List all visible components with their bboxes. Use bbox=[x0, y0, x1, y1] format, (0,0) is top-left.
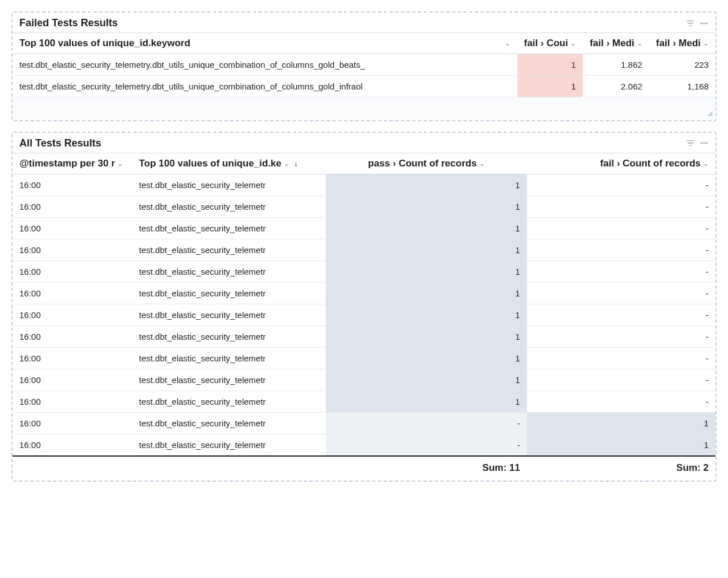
cell-pass-count: 1 bbox=[326, 347, 527, 369]
cell-test-name: test.dbt_elastic_security_telemetr bbox=[132, 260, 326, 282]
cell-test-name: test.dbt_elastic_security_telemetr bbox=[132, 347, 326, 369]
cell-fail-count: - bbox=[527, 282, 715, 304]
cell-timestamp: 16:00 bbox=[13, 412, 132, 434]
chevron-down-icon: ⌄ bbox=[479, 160, 485, 168]
cell-test-name: test.dbt_elastic_security_telemetr bbox=[132, 282, 326, 304]
cell-pass-count: 1 bbox=[326, 239, 527, 260]
cell-fail-median-1: 1.862 bbox=[583, 54, 649, 76]
column-header-unique-id[interactable]: Top 100 values of unique_id.keyword ⌄ bbox=[13, 33, 517, 54]
cell-pass-count: 1 bbox=[326, 196, 527, 217]
table-row[interactable]: 16:00test.dbt_elastic_security_telemetr1… bbox=[13, 304, 715, 325]
cell-pass-count: - bbox=[326, 412, 527, 434]
cell-test-name: test.dbt_elastic_security_telemetr bbox=[132, 239, 326, 260]
table-header-row: @timestamp per 30 r ⌄ Top 100 values of … bbox=[13, 153, 715, 174]
svg-point-4 bbox=[704, 143, 705, 144]
table-row[interactable]: 16:00test.dbt_elastic_security_telemetr1… bbox=[13, 196, 715, 217]
cell-timestamp: 16:00 bbox=[13, 369, 132, 390]
cell-pass-count: 1 bbox=[326, 174, 527, 196]
table-row[interactable]: 16:00test.dbt_elastic_security_telemetr1… bbox=[13, 260, 715, 282]
cell-fail-count: - bbox=[527, 239, 715, 260]
chevron-down-icon: ⌄ bbox=[703, 39, 709, 47]
column-header-label: fail › Coui bbox=[524, 38, 568, 49]
table-row[interactable]: 16:00test.dbt_elastic_security_telemetr1… bbox=[13, 282, 715, 304]
cell-pass-count: 1 bbox=[326, 390, 527, 412]
column-header-label: fail › Medi bbox=[656, 38, 701, 49]
cell-pass-count: 1 bbox=[326, 260, 527, 282]
cell-fail-count: - bbox=[527, 196, 715, 217]
svg-point-1 bbox=[704, 22, 705, 23]
cell-test-name: test.dbt_elastic_security_telemetr bbox=[132, 196, 326, 217]
cell-fail-median-2: 1,168 bbox=[649, 76, 715, 97]
table-row[interactable]: 16:00test.dbt_elastic_security_telemetr1… bbox=[13, 217, 715, 239]
cell-fail-count: - bbox=[527, 304, 715, 325]
table-row[interactable]: 16:00test.dbt_elastic_security_telemetr1… bbox=[13, 390, 715, 412]
cell-fail-count: 1 bbox=[517, 54, 583, 76]
table-row[interactable]: 16:00test.dbt_elastic_security_telemetr-… bbox=[13, 434, 715, 456]
cell-timestamp: 16:00 bbox=[13, 217, 132, 239]
panel-header: All Tests Results bbox=[13, 133, 715, 153]
cell-timestamp: 16:00 bbox=[13, 260, 132, 282]
table-row[interactable]: 16:00test.dbt_elastic_security_telemetr-… bbox=[13, 412, 715, 434]
cell-test-name: test.dbt_elastic_security_telemetr bbox=[132, 369, 326, 390]
all-tests-panel: All Tests Results @timestamp per 30 r ⌄ bbox=[11, 132, 717, 482]
table-row[interactable]: 16:00test.dbt_elastic_security_telemetr1… bbox=[13, 325, 715, 347]
table-row[interactable]: 16:00test.dbt_elastic_security_telemetr1… bbox=[13, 174, 715, 196]
cell-fail-count: - bbox=[527, 174, 715, 196]
cell-fail-count: 1 bbox=[527, 412, 715, 434]
cell-fail-count: - bbox=[527, 260, 715, 282]
cell-fail-count: - bbox=[527, 347, 715, 369]
cell-test-name: test.dbt_elastic_security_telemetr bbox=[132, 174, 326, 196]
column-header-label: fail › Count of records bbox=[600, 158, 701, 169]
table-row[interactable]: 16:00test.dbt_elastic_security_telemetr1… bbox=[13, 239, 715, 260]
cell-pass-count: 1 bbox=[326, 369, 527, 390]
column-header-label: fail › Medi bbox=[590, 38, 634, 49]
column-header-label: Top 100 values of unique_id.keyword bbox=[19, 38, 190, 49]
column-header-unique-id[interactable]: Top 100 values of unique_id.ke ⌄ ↓ bbox=[132, 153, 326, 174]
table-header-row: Top 100 values of unique_id.keyword ⌄ fa… bbox=[13, 33, 715, 54]
column-header-timestamp[interactable]: @timestamp per 30 r ⌄ bbox=[13, 153, 132, 174]
cell-timestamp: 16:00 bbox=[13, 304, 132, 325]
table-row[interactable]: test.dbt_elastic_security_telemetry.dbt_… bbox=[13, 54, 715, 76]
sort-descending-icon: ↓ bbox=[294, 159, 298, 168]
cell-fail-count: 1 bbox=[517, 76, 583, 97]
table-empty-space bbox=[13, 97, 715, 120]
cell-fail-count: - bbox=[527, 390, 715, 412]
svg-point-5 bbox=[706, 143, 707, 144]
cell-fail-count: - bbox=[527, 369, 715, 390]
table-row[interactable]: 16:00test.dbt_elastic_security_telemetr1… bbox=[13, 369, 715, 390]
panel-menu-icon[interactable] bbox=[700, 139, 709, 148]
cell-test-name: test.dbt_elastic_security_telemetr bbox=[132, 412, 326, 434]
table-row[interactable]: test.dbt_elastic_security_telemetry.dbt_… bbox=[13, 76, 715, 97]
filter-icon[interactable] bbox=[686, 19, 695, 28]
panel-menu-icon[interactable] bbox=[700, 19, 709, 28]
all-tests-table: @timestamp per 30 r ⌄ Top 100 values of … bbox=[13, 153, 715, 481]
column-header-fail-count[interactable]: fail › Coui ⌄ bbox=[517, 33, 583, 54]
chevron-down-icon: ⌄ bbox=[505, 39, 510, 47]
column-header-label: Top 100 values of unique_id.ke bbox=[139, 158, 281, 169]
cell-test-name: test.dbt_elastic_security_telemetry.dbt_… bbox=[13, 54, 517, 76]
failed-tests-panel: Failed Tests Results Top 100 values of u… bbox=[11, 11, 717, 121]
filter-icon[interactable] bbox=[686, 139, 695, 148]
cell-fail-count: - bbox=[527, 217, 715, 239]
chevron-down-icon: ⌄ bbox=[284, 160, 289, 168]
cell-pass-count: - bbox=[326, 434, 527, 456]
svg-point-3 bbox=[701, 143, 702, 144]
chevron-down-icon: ⌄ bbox=[637, 39, 643, 47]
cell-test-name: test.dbt_elastic_security_telemetr bbox=[132, 304, 326, 325]
fail-sum: Sum: 2 bbox=[527, 456, 715, 481]
column-header-pass-count[interactable]: pass › Count of records ⌄ bbox=[326, 153, 527, 174]
column-header-fail-count[interactable]: fail › Count of records ⌄ bbox=[527, 153, 715, 174]
cell-timestamp: 16:00 bbox=[13, 390, 132, 412]
table-row[interactable]: 16:00test.dbt_elastic_security_telemetr1… bbox=[13, 347, 715, 369]
chevron-down-icon: ⌄ bbox=[117, 160, 123, 168]
column-header-fail-median-2[interactable]: fail › Medi ⌄ bbox=[649, 33, 715, 54]
cell-timestamp: 16:00 bbox=[13, 174, 132, 196]
cell-pass-count: 1 bbox=[326, 217, 527, 239]
cell-test-name: test.dbt_elastic_security_telemetr bbox=[132, 434, 326, 456]
cell-timestamp: 16:00 bbox=[13, 239, 132, 260]
column-header-fail-median-1[interactable]: fail › Medi ⌄ bbox=[583, 33, 649, 54]
cell-timestamp: 16:00 bbox=[13, 434, 132, 456]
svg-point-2 bbox=[706, 22, 707, 23]
cell-pass-count: 1 bbox=[326, 282, 527, 304]
cell-fail-median-1: 2.062 bbox=[583, 76, 649, 97]
